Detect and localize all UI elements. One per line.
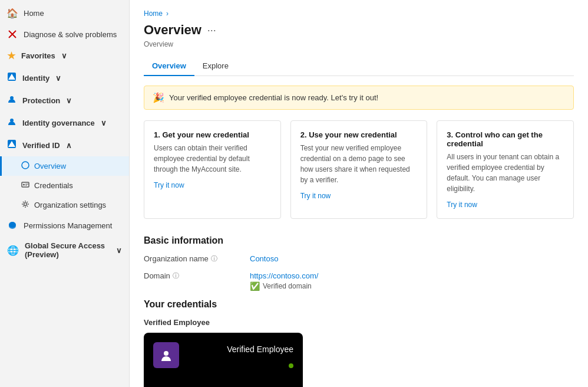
card-2: 2. Use your new credential Test your new…	[290, 120, 428, 219]
credential-active-dot	[288, 362, 295, 369]
sidebar-item-label: Verified ID	[22, 141, 60, 150]
chevron-down-icon: ∨	[101, 119, 107, 127]
chevron-up-icon: ∧	[66, 141, 72, 150]
svg-point-8	[22, 162, 29, 169]
credential-card-subtitle: Verified Employee	[144, 318, 574, 327]
sidebar-item-permissions-mgmt[interactable]: Permissions Management	[0, 215, 129, 236]
sidebar-item-label: Protection	[22, 96, 60, 105]
sidebar-sub-org-settings[interactable]: Organization settings	[0, 195, 129, 215]
sidebar-item-label: Favorites	[21, 51, 55, 60]
credentials-icon	[21, 181, 29, 191]
org-name-value[interactable]: Contoso	[250, 254, 278, 263]
credential-card-inner: Verified Employee Contoso	[144, 333, 303, 387]
sidebar-item-protection[interactable]: Protection ∨	[0, 89, 129, 111]
verifiedid-icon	[7, 139, 16, 151]
chevron-down-icon: ∨	[66, 96, 72, 105]
domain-url[interactable]: https://contoso.com/	[250, 271, 318, 280]
domain-info-icon[interactable]: ⓘ	[173, 271, 179, 280]
sidebar-sub-overview[interactable]: Overview	[0, 156, 129, 176]
sidebar-item-label: Identity governance	[22, 119, 95, 127]
page-title: Overview	[144, 22, 201, 38]
verified-employee-card: Verified Employee Contoso	[144, 333, 303, 387]
basic-info-title: Basic information	[144, 235, 574, 246]
tabs: Overview Explore	[144, 57, 574, 76]
card-3-title: 3. Control who can get the credential	[447, 130, 564, 148]
org-name-label: Organization name ⓘ	[144, 254, 250, 263]
card-1-link[interactable]: Try it now	[154, 181, 184, 189]
permmgmt-icon	[7, 220, 18, 231]
breadcrumb: Home ›	[144, 9, 574, 18]
sidebar-item-label: Diagnose & solve problems	[24, 30, 122, 39]
card-1: 1. Get your new credential Users can obt…	[144, 120, 281, 219]
page-header: Overview ···	[144, 22, 574, 38]
tab-overview[interactable]: Overview	[144, 57, 194, 76]
favorites-icon: ★	[7, 50, 15, 61]
breadcrumb-separator: ›	[166, 9, 169, 18]
credentials-section: Your credentials Verified Employee Verif…	[144, 299, 574, 387]
svg-point-16	[164, 351, 169, 356]
verified-domain-text: Verified domain	[263, 282, 312, 290]
chevron-down-icon: ∨	[61, 51, 67, 60]
banner-icon: 🎉	[153, 92, 164, 103]
svg-point-10	[23, 184, 25, 186]
card-2-text: Test your new verified employee credenti…	[300, 143, 418, 185]
sidebar-item-home[interactable]: 🏠 Home	[0, 2, 129, 24]
step-cards: 1. Get your new credential Users can obt…	[144, 120, 574, 219]
identity-icon	[7, 72, 16, 84]
sidebar-item-identity[interactable]: Identity ∨	[0, 67, 129, 89]
credential-name: Verified Employee	[227, 345, 293, 354]
card-2-title: 2. Use your new credential	[300, 130, 418, 139]
org-name-row: Organization name ⓘ Contoso	[144, 254, 574, 263]
sidebar-item-label: Identity	[22, 74, 49, 83]
sidebar-item-diagnose[interactable]: Diagnose & solve problems	[0, 24, 129, 45]
sidebar-sub-credentials[interactable]: Credentials	[0, 176, 129, 195]
globalsecure-icon: 🌐	[7, 245, 19, 256]
card-1-text: Users can obtain their verified employee…	[154, 143, 271, 175]
domain-label: Domain ⓘ	[144, 271, 250, 280]
home-icon: 🏠	[7, 8, 18, 18]
svg-point-13	[24, 203, 27, 206]
chevron-down-icon: ∨	[116, 246, 122, 255]
sidebar-item-identity-governance[interactable]: Identity governance ∨	[0, 111, 129, 134]
domain-row: Domain ⓘ https://contoso.com/ ✅ Verified…	[144, 271, 574, 291]
sidebar-item-label: Global Secure Access (Preview)	[25, 241, 110, 259]
page-subtitle: Overview	[144, 40, 574, 48]
sidebar-item-label: Home	[24, 9, 122, 18]
org-name-info-icon[interactable]: ⓘ	[211, 254, 217, 263]
sidebar-item-favorites[interactable]: ★ Favorites ∨	[0, 45, 129, 67]
domain-values: https://contoso.com/ ✅ Verified domain	[250, 271, 318, 291]
sidebar-sub-label: Organization settings	[34, 201, 106, 209]
main-content: Home › Overview ··· Overview Overview Ex…	[130, 0, 588, 387]
sidebar: 🏠 Home Diagnose & solve problems ★ Favor…	[0, 0, 130, 387]
banner-text: Your verified employee credential is now…	[169, 93, 378, 102]
credentials-title: Your credentials	[144, 299, 574, 310]
diagnose-icon	[7, 29, 18, 40]
overview-icon	[21, 161, 29, 171]
card-3-text: All users in your tenant can obtain a ve…	[447, 152, 564, 194]
sidebar-sub-label: Credentials	[34, 181, 73, 190]
credential-icon-bg	[153, 342, 179, 368]
idgov-icon	[7, 117, 16, 129]
card-3: 3. Control who can get the credential Al…	[437, 120, 574, 219]
svg-rect-9	[22, 182, 29, 187]
svg-point-15	[9, 222, 16, 228]
ready-banner: 🎉 Your verified employee credential is n…	[144, 86, 574, 110]
card-2-link[interactable]: Try it now	[300, 192, 331, 200]
more-options-button[interactable]: ···	[207, 24, 216, 37]
verified-checkmark-icon: ✅	[250, 281, 260, 291]
sidebar-sub-label: Overview	[34, 162, 66, 170]
org-settings-icon	[21, 200, 29, 210]
verified-domain-badge: ✅ Verified domain	[250, 281, 318, 291]
basic-info-section: Basic information Organization name ⓘ Co…	[144, 235, 574, 291]
protection-icon	[7, 94, 16, 106]
breadcrumb-home[interactable]: Home	[144, 9, 163, 18]
card-3-link[interactable]: Try it now	[447, 201, 477, 209]
sidebar-item-global-secure[interactable]: 🌐 Global Secure Access (Preview) ∨	[0, 236, 129, 264]
chevron-down-icon: ∨	[55, 74, 61, 83]
sidebar-item-label: Permissions Management	[24, 221, 122, 230]
tab-explore[interactable]: Explore	[194, 57, 237, 76]
sidebar-item-verified-id[interactable]: Verified ID ∧	[0, 134, 129, 156]
card-1-title: 1. Get your new credential	[154, 130, 271, 139]
